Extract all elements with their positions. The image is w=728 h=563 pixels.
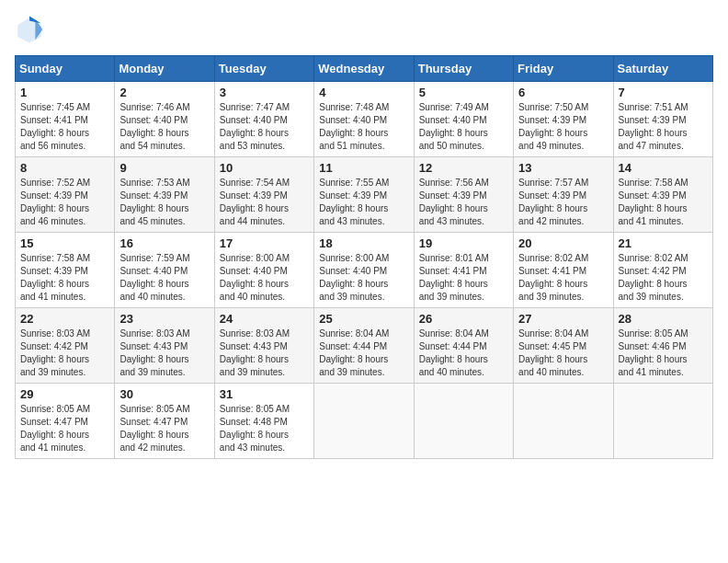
day-info: Sunrise: 7:50 AMSunset: 4:39 PMDaylight:… [518,101,608,153]
day-info: Sunrise: 7:52 AMSunset: 4:39 PMDaylight:… [20,177,109,228]
week-row-3: 15Sunrise: 7:58 AMSunset: 4:39 PMDayligh… [16,233,713,308]
day-number: 7 [619,86,708,99]
day-number: 12 [419,161,508,175]
day-info: Sunrise: 8:05 AMSunset: 4:46 PMDaylight:… [619,327,708,379]
day-cell: 1Sunrise: 7:45 AMSunset: 4:41 PMDaylight… [16,82,115,157]
day-cell: 13Sunrise: 7:57 AMSunset: 4:39 PMDayligh… [514,157,613,233]
day-cell: 9Sunrise: 7:53 AMSunset: 4:39 PMDaylight… [115,157,214,233]
day-info: Sunrise: 8:03 AMSunset: 4:42 PMDaylight:… [20,327,109,379]
day-cell [613,384,712,459]
day-info: Sunrise: 7:49 AMSunset: 4:40 PMDaylight:… [419,101,508,153]
header [15,15,713,44]
day-info: Sunrise: 8:00 AMSunset: 4:40 PMDaylight:… [220,252,309,304]
day-number: 19 [419,236,508,250]
day-cell [414,384,513,459]
day-cell: 18Sunrise: 8:00 AMSunset: 4:40 PMDayligh… [314,233,414,308]
day-cell: 24Sunrise: 8:03 AMSunset: 4:43 PMDayligh… [214,308,313,384]
day-info: Sunrise: 7:45 AMSunset: 4:41 PMDaylight:… [20,101,109,153]
header-day-saturday: Saturday [613,56,712,82]
day-number: 21 [619,236,708,250]
day-info: Sunrise: 8:05 AMSunset: 4:48 PMDaylight:… [220,403,309,454]
day-info: Sunrise: 7:51 AMSunset: 4:39 PMDaylight:… [619,101,708,153]
day-cell: 22Sunrise: 8:03 AMSunset: 4:42 PMDayligh… [16,308,115,384]
day-info: Sunrise: 7:58 AMSunset: 4:39 PMDaylight:… [619,177,708,228]
day-cell: 7Sunrise: 7:51 AMSunset: 4:39 PMDaylight… [613,82,712,157]
header-day-friday: Friday [514,56,613,82]
day-number: 22 [20,312,109,326]
header-day-wednesday: Wednesday [314,56,414,82]
day-cell: 8Sunrise: 7:52 AMSunset: 4:39 PMDaylight… [16,157,115,233]
day-number: 1 [20,86,109,99]
day-number: 2 [119,86,209,99]
day-cell: 17Sunrise: 8:00 AMSunset: 4:40 PMDayligh… [214,233,313,308]
day-number: 9 [119,161,209,175]
day-info: Sunrise: 7:47 AMSunset: 4:40 PMDaylight:… [220,101,309,153]
day-cell [514,384,613,459]
day-number: 23 [119,312,209,326]
day-cell: 30Sunrise: 8:05 AMSunset: 4:47 PMDayligh… [115,384,214,459]
day-number: 11 [319,161,408,175]
day-number: 14 [619,161,708,175]
day-number: 27 [518,312,608,326]
header-day-sunday: Sunday [16,56,115,82]
day-info: Sunrise: 8:01 AMSunset: 4:41 PMDaylight:… [419,252,508,304]
day-cell: 25Sunrise: 8:04 AMSunset: 4:44 PMDayligh… [314,308,414,384]
day-number: 29 [20,387,109,401]
week-row-2: 8Sunrise: 7:52 AMSunset: 4:39 PMDaylight… [16,157,713,233]
day-info: Sunrise: 7:54 AMSunset: 4:39 PMDaylight:… [220,177,309,228]
day-number: 5 [419,86,508,99]
day-cell: 10Sunrise: 7:54 AMSunset: 4:39 PMDayligh… [214,157,313,233]
day-cell: 20Sunrise: 8:02 AMSunset: 4:41 PMDayligh… [514,233,613,308]
day-number: 13 [518,161,608,175]
day-number: 10 [220,161,309,175]
day-cell: 29Sunrise: 8:05 AMSunset: 4:47 PMDayligh… [16,384,115,459]
day-number: 15 [20,236,109,250]
day-cell: 16Sunrise: 7:59 AMSunset: 4:40 PMDayligh… [115,233,214,308]
day-info: Sunrise: 8:05 AMSunset: 4:47 PMDaylight:… [119,403,209,454]
day-number: 8 [20,161,109,175]
day-info: Sunrise: 8:05 AMSunset: 4:47 PMDaylight:… [20,403,109,454]
day-number: 16 [119,236,209,250]
day-number: 6 [518,86,608,99]
day-cell: 19Sunrise: 8:01 AMSunset: 4:41 PMDayligh… [414,233,513,308]
day-info: Sunrise: 7:55 AMSunset: 4:39 PMDaylight:… [319,177,408,228]
week-row-5: 29Sunrise: 8:05 AMSunset: 4:47 PMDayligh… [16,384,713,459]
header-day-monday: Monday [115,56,214,82]
day-info: Sunrise: 8:04 AMSunset: 4:44 PMDaylight:… [419,327,508,379]
header-day-tuesday: Tuesday [214,56,313,82]
day-info: Sunrise: 7:57 AMSunset: 4:39 PMDaylight:… [518,177,608,228]
day-cell: 14Sunrise: 7:58 AMSunset: 4:39 PMDayligh… [613,157,712,233]
day-cell: 12Sunrise: 7:56 AMSunset: 4:39 PMDayligh… [414,157,513,233]
day-cell: 21Sunrise: 8:02 AMSunset: 4:42 PMDayligh… [613,233,712,308]
day-number: 18 [319,236,408,250]
day-cell: 28Sunrise: 8:05 AMSunset: 4:46 PMDayligh… [613,308,712,384]
week-row-1: 1Sunrise: 7:45 AMSunset: 4:41 PMDaylight… [16,82,713,157]
day-cell: 4Sunrise: 7:48 AMSunset: 4:40 PMDaylight… [314,82,414,157]
day-info: Sunrise: 8:03 AMSunset: 4:43 PMDaylight:… [220,327,309,379]
day-info: Sunrise: 7:59 AMSunset: 4:40 PMDaylight:… [119,252,209,304]
day-info: Sunrise: 8:02 AMSunset: 4:42 PMDaylight:… [619,252,708,304]
days-header-row: SundayMondayTuesdayWednesdayThursdayFrid… [16,56,713,82]
day-number: 30 [119,387,209,401]
week-row-4: 22Sunrise: 8:03 AMSunset: 4:42 PMDayligh… [16,308,713,384]
calendar-table: SundayMondayTuesdayWednesdayThursdayFrid… [15,55,713,459]
day-cell: 15Sunrise: 7:58 AMSunset: 4:39 PMDayligh… [16,233,115,308]
day-cell: 3Sunrise: 7:47 AMSunset: 4:40 PMDaylight… [214,82,313,157]
logo [15,15,48,44]
day-info: Sunrise: 7:46 AMSunset: 4:40 PMDaylight:… [119,101,209,153]
day-cell: 31Sunrise: 8:05 AMSunset: 4:48 PMDayligh… [214,384,313,459]
day-cell: 6Sunrise: 7:50 AMSunset: 4:39 PMDaylight… [514,82,613,157]
day-cell: 27Sunrise: 8:04 AMSunset: 4:45 PMDayligh… [514,308,613,384]
day-cell: 26Sunrise: 8:04 AMSunset: 4:44 PMDayligh… [414,308,513,384]
day-number: 17 [220,236,309,250]
day-info: Sunrise: 7:56 AMSunset: 4:39 PMDaylight:… [419,177,508,228]
day-number: 26 [419,312,508,326]
day-cell: 5Sunrise: 7:49 AMSunset: 4:40 PMDaylight… [414,82,513,157]
day-info: Sunrise: 7:48 AMSunset: 4:40 PMDaylight:… [319,101,408,153]
day-number: 20 [518,236,608,250]
day-number: 24 [220,312,309,326]
day-info: Sunrise: 7:58 AMSunset: 4:39 PMDaylight:… [20,252,109,304]
day-info: Sunrise: 8:04 AMSunset: 4:44 PMDaylight:… [319,327,408,379]
day-cell: 11Sunrise: 7:55 AMSunset: 4:39 PMDayligh… [314,157,414,233]
day-cell [314,384,414,459]
